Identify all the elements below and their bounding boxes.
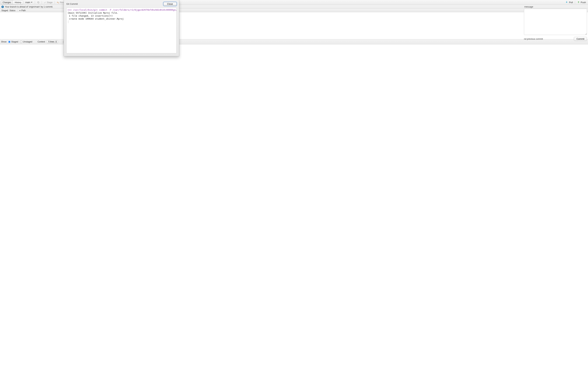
- sort-asc-icon: [19, 10, 21, 11]
- chevron-down-icon: [31, 2, 32, 3]
- console-command: >>> /usr/local/bin/git commit -F /var/fo…: [68, 8, 177, 11]
- show-unstaged-radio-input[interactable]: [20, 41, 22, 43]
- commit-message-input[interactable]: [524, 9, 587, 35]
- refresh-icon: [37, 1, 40, 4]
- view-tabs: Changes History: [1, 0, 23, 5]
- console-line: [main 55f1330] Initialize Rproj file.: [68, 12, 118, 14]
- refresh-button[interactable]: [36, 1, 41, 4]
- show-unstaged-label: Unstaged: [23, 41, 32, 43]
- push-label: Push: [581, 1, 586, 4]
- modal-title: Git Commit: [66, 3, 78, 5]
- column-path-label: Path: [21, 9, 26, 12]
- check-icon: [44, 1, 46, 3]
- context-label: Context: [37, 41, 45, 43]
- tab-changes[interactable]: Changes: [1, 0, 13, 4]
- context-select-wrap: 5 lines ▲▼: [47, 40, 58, 43]
- modal-header: Git Commit Close: [66, 2, 177, 6]
- revert-icon: [57, 1, 59, 3]
- stage-button: Stage: [43, 1, 54, 4]
- branch-picker[interactable]: main: [24, 1, 33, 4]
- column-staged[interactable]: Staged: [0, 9, 8, 12]
- show-label: Show: [1, 41, 7, 43]
- divider: [42, 1, 42, 4]
- amend-label: nd previous commit: [524, 38, 543, 40]
- show-staged-label: Staged: [11, 41, 18, 43]
- branch-status-text: Your branch is ahead of 'origin/main' by…: [5, 6, 53, 8]
- stage-label: Stage: [47, 1, 53, 4]
- info-icon: i: [1, 6, 4, 8]
- git-output-console: >>> /usr/local/bin/git commit -F /var/fo…: [66, 8, 177, 53]
- column-status[interactable]: Status: [8, 9, 18, 12]
- git-commit-modal: Git Commit Close >>> /usr/local/bin/git …: [64, 0, 179, 56]
- show-staged-radio-input[interactable]: [8, 41, 10, 43]
- push-button[interactable]: Push: [576, 1, 587, 4]
- commit-button[interactable]: Commit: [574, 37, 587, 41]
- console-cursor: │: [68, 20, 69, 23]
- pull-label: Pull: [569, 1, 573, 4]
- branch-name: main: [25, 1, 30, 4]
- context-select[interactable]: 5 lines: [47, 40, 58, 43]
- divider: [35, 1, 35, 4]
- commit-actions-row: nd previous commit Commit: [524, 37, 587, 41]
- amend-checkbox[interactable]: nd previous commit: [524, 38, 543, 40]
- tab-history[interactable]: History: [13, 0, 23, 4]
- close-button[interactable]: Close: [164, 2, 177, 6]
- show-unstaged-radio[interactable]: Unstaged: [20, 41, 32, 43]
- commit-panel: message nd previous commit Commit: [524, 5, 587, 41]
- console-line: create mode 100644 student_skinner.Rproj: [68, 17, 124, 20]
- console-line: 1 file changed, 13 insertions(+): [68, 15, 113, 17]
- divider: [575, 1, 575, 4]
- arrow-up-icon: [577, 1, 579, 4]
- pull-button[interactable]: Pull: [564, 1, 574, 4]
- arrow-down-icon: [566, 1, 568, 4]
- commit-message-label: message: [524, 5, 587, 9]
- show-staged-radio[interactable]: Staged: [8, 41, 18, 43]
